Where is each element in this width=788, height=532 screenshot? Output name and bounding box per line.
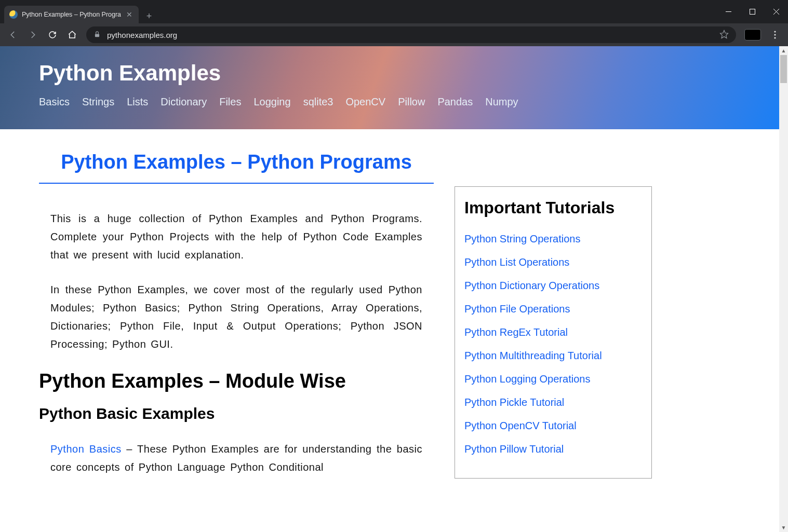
sidebar-link[interactable]: Python OpenCV Tutorial	[464, 420, 642, 432]
reload-button[interactable]	[44, 26, 61, 44]
python-favicon-icon	[9, 10, 18, 19]
nav-link-basics[interactable]: Basics	[39, 96, 70, 108]
nav-link-dictionary[interactable]: Dictionary	[161, 96, 207, 108]
nav-link-opencv[interactable]: OpenCV	[345, 96, 385, 108]
intro-paragraph-1: This is a huge collection of Python Exam…	[39, 210, 434, 264]
scroll-up-arrow-icon[interactable]: ▲	[779, 46, 788, 55]
page-title: Python Examples – Python Programs	[39, 151, 434, 184]
tab-title: Python Examples – Python Progra	[22, 11, 121, 18]
url-text: pythonexamples.org	[107, 31, 713, 39]
minimize-button[interactable]	[716, 0, 740, 23]
site-title: Python Examples	[39, 61, 779, 86]
svg-point-7	[774, 34, 776, 35]
important-tutorials-box: Important Tutorials Python String Operat…	[455, 186, 652, 479]
svg-rect-4	[95, 34, 99, 37]
nav-link-logging[interactable]: Logging	[253, 96, 290, 108]
window-controls	[716, 0, 788, 23]
site-nav: Basics Strings Lists Dictionary Files Lo…	[39, 96, 779, 108]
svg-marker-5	[720, 30, 728, 38]
bookmark-star-icon[interactable]	[719, 30, 729, 40]
forward-button[interactable]	[24, 26, 42, 44]
nav-link-files[interactable]: Files	[219, 96, 241, 108]
browser-menu-button[interactable]	[766, 26, 784, 44]
nav-link-numpy[interactable]: Numpy	[485, 96, 518, 108]
address-bar[interactable]: pythonexamples.org	[86, 26, 736, 43]
nav-link-pillow[interactable]: Pillow	[398, 96, 425, 108]
svg-rect-1	[750, 9, 755, 15]
browser-toolbar: pythonexamples.org	[0, 23, 788, 46]
tab-close-icon[interactable]: ✕	[125, 10, 133, 19]
sidebar: Important Tutorials Python String Operat…	[455, 186, 652, 493]
main-area: Python Examples – Python Programs This i…	[0, 129, 779, 493]
sidebar-link[interactable]: Python Dictionary Operations	[464, 280, 642, 292]
page-viewport: Python Examples Basics Strings Lists Dic…	[0, 46, 788, 532]
svg-point-6	[774, 31, 776, 32]
lock-icon	[94, 31, 101, 39]
python-basics-link[interactable]: Python Basics	[50, 443, 122, 455]
subsection-heading: Python Basic Examples	[39, 405, 434, 422]
back-button[interactable]	[4, 26, 22, 44]
sidebar-link[interactable]: Python Multithreading Tutorial	[464, 350, 642, 362]
browser-tab[interactable]: Python Examples – Python Progra ✕	[4, 6, 139, 23]
tab-strip: Python Examples – Python Progra ✕ +	[0, 0, 156, 23]
nav-link-lists[interactable]: Lists	[127, 96, 148, 108]
window-titlebar: Python Examples – Python Progra ✕ +	[0, 0, 788, 23]
sidebar-heading: Important Tutorials	[464, 198, 642, 217]
sidebar-link[interactable]: Python Pillow Tutorial	[464, 443, 642, 455]
scroll-down-arrow-icon[interactable]: ▼	[779, 523, 788, 532]
home-button[interactable]	[63, 26, 81, 44]
maximize-button[interactable]	[740, 0, 764, 23]
vertical-scrollbar[interactable]: ▲ ▼	[779, 46, 788, 532]
sidebar-link[interactable]: Python String Operations	[464, 233, 642, 245]
basics-paragraph: Python Basics – These Python Examples ar…	[39, 440, 434, 476]
new-tab-button[interactable]: +	[142, 9, 156, 23]
intro-paragraph-2: In these Python Examples, we cover most …	[39, 281, 434, 353]
scrollbar-thumb[interactable]	[780, 55, 787, 83]
nav-link-sqlite3[interactable]: sqlite3	[303, 96, 333, 108]
section-heading: Python Examples – Module Wise	[39, 370, 434, 392]
profile-avatar[interactable]	[744, 29, 761, 40]
sidebar-link[interactable]: Python File Operations	[464, 303, 642, 315]
close-window-button[interactable]	[764, 0, 788, 23]
sidebar-link[interactable]: Python Pickle Tutorial	[464, 397, 642, 408]
sidebar-link[interactable]: Python RegEx Tutorial	[464, 326, 642, 338]
svg-point-8	[774, 37, 776, 38]
article: Python Examples – Python Programs This i…	[39, 151, 434, 493]
nav-link-strings[interactable]: Strings	[82, 96, 114, 108]
sidebar-link[interactable]: Python List Operations	[464, 256, 642, 268]
site-header: Python Examples Basics Strings Lists Dic…	[0, 46, 779, 129]
sidebar-link[interactable]: Python Logging Operations	[464, 373, 642, 385]
nav-link-pandas[interactable]: Pandas	[437, 96, 473, 108]
page-content: Python Examples Basics Strings Lists Dic…	[0, 46, 779, 532]
